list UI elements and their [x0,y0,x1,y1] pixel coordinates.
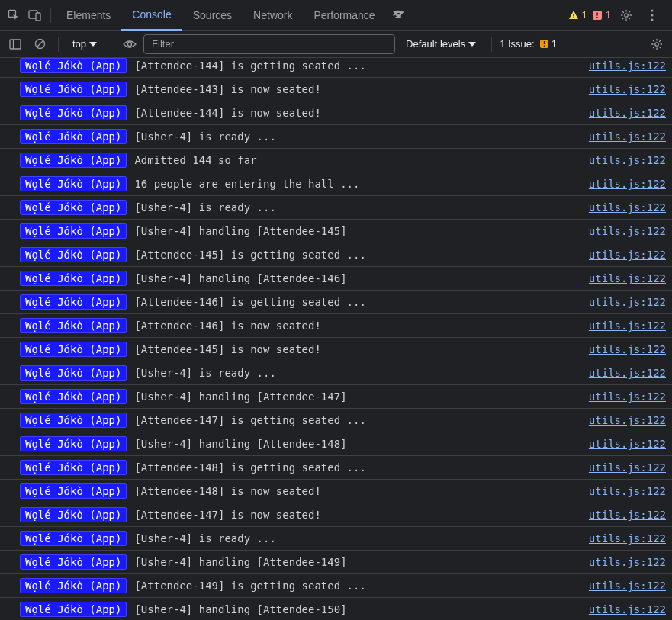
svg-point-8 [625,13,628,16]
svg-rect-12 [10,40,21,49]
log-app-badge: Wọlé Jókò (App) [20,294,127,310]
log-row: Wọlé Jókò (App)[Attendee-144] is now sea… [0,101,672,125]
log-source-link[interactable]: utils.js:122 [589,343,666,355]
log-app-badge: Wọlé Jókò (App) [20,531,127,546]
device-toolbar-icon[interactable] [24,5,46,26]
tab-network[interactable]: Network [243,0,303,31]
log-source-link[interactable]: utils.js:122 [589,59,666,72]
log-row: Wọlé Jókò (App)[Usher-4] handling [Atten… [0,385,672,409]
svg-rect-2 [36,13,40,21]
kebab-menu-icon[interactable] [641,5,663,26]
log-message: [Usher-4] handling [Attendee-147] [134,390,588,403]
tab-elements[interactable]: Elements [56,0,121,31]
log-source-link[interactable]: utils.js:122 [589,532,666,545]
live-expression-icon[interactable] [119,40,140,49]
log-row: Wọlé Jókò (App)[Usher-4] is ready ...uti… [0,527,672,551]
log-app-badge: Wọlé Jókò (App) [20,389,127,404]
log-app-badge: Wọlé Jókò (App) [20,483,127,499]
log-app-badge: Wọlé Jókò (App) [20,176,127,191]
tab-console[interactable]: Console [121,0,182,31]
log-source-link[interactable]: utils.js:122 [589,178,666,190]
log-source-link[interactable]: utils.js:122 [589,154,666,166]
issue-icon [539,39,549,49]
log-source-link[interactable]: utils.js:122 [589,320,666,332]
toggle-sidebar-icon[interactable] [5,34,26,55]
svg-rect-19 [543,46,544,47]
log-source-link[interactable]: utils.js:122 [589,225,666,237]
log-row: Wọlé Jókò (App)[Attendee-147] is getting… [0,409,672,432]
log-source-link[interactable]: utils.js:122 [589,414,666,426]
context-label: top [72,38,86,50]
issue-count: 1 [551,38,557,50]
clear-console-icon[interactable] [29,34,50,55]
log-levels-selector[interactable]: Default levels [398,38,484,50]
log-source-link[interactable]: utils.js:122 [589,509,666,521]
log-message: [Attendee-145] is now seated! [134,343,588,355]
log-app-badge: Wọlé Jókò (App) [20,578,127,593]
log-row: Wọlé Jókò (App)[Attendee-145] is now sea… [0,338,672,361]
log-app-badge: Wọlé Jókò (App) [20,365,127,381]
log-app-badge: Wọlé Jókò (App) [20,271,127,286]
issues-indicator[interactable]: 1 Issue: 1 [500,38,557,50]
log-message: [Attendee-146] is getting seated ... [134,296,588,308]
context-selector[interactable]: top [66,38,103,50]
warnings-badge[interactable]: 1 [568,9,587,21]
log-app-badge: Wọlé Jókò (App) [20,554,127,570]
log-source-link[interactable]: utils.js:122 [589,461,666,474]
log-source-link[interactable]: utils.js:122 [589,603,666,615]
settings-icon[interactable] [616,5,637,26]
svg-point-11 [651,18,654,21]
log-app-badge: Wọlé Jókò (App) [20,58,127,73]
log-message: [Attendee-148] is getting seated ... [134,461,588,474]
tab-performance[interactable]: Performance [303,0,385,31]
log-source-link[interactable]: utils.js:122 [589,201,666,214]
log-app-badge: Wọlé Jókò (App) [20,342,127,357]
inspect-element-icon[interactable] [3,5,24,26]
tab-sources[interactable]: Sources [182,0,243,31]
log-message: [Attendee-148] is now seated! [134,485,588,497]
issues-text: 1 Issue: [500,38,535,50]
log-source-link[interactable]: utils.js:122 [589,272,666,284]
svg-point-20 [655,42,658,45]
log-source-link[interactable]: utils.js:122 [589,556,666,568]
svg-point-9 [651,9,654,11]
log-source-link[interactable]: utils.js:122 [589,390,666,403]
log-source-link[interactable]: utils.js:122 [589,83,666,95]
log-app-badge: Wọlé Jókò (App) [20,82,127,97]
log-app-badge: Wọlé Jókò (App) [20,200,127,215]
log-row: Wọlé Jókò (App)[Attendee-144] is getting… [0,58,672,78]
log-app-badge: Wọlé Jókò (App) [20,602,127,617]
svg-rect-7 [596,17,597,18]
errors-badge[interactable]: 1 [592,9,611,21]
log-source-link[interactable]: utils.js:122 [589,485,666,497]
levels-label: Default levels [406,38,465,50]
log-source-link[interactable]: utils.js:122 [589,296,666,308]
log-source-link[interactable]: utils.js:122 [589,107,666,119]
log-message: [Usher-4] handling [Attendee-148] [134,438,588,450]
log-app-badge: Wọlé Jókò (App) [20,223,127,239]
log-row: Wọlé Jókò (App)[Attendee-143] is now sea… [0,78,672,101]
filter-input[interactable] [143,34,395,54]
console-log-area[interactable]: Wọlé Jókò (App)[Attendee-144] is getting… [0,58,672,620]
log-row: Wọlé Jókò (App)[Usher-4] is ready ...uti… [0,196,672,220]
log-app-badge: Wọlé Jókò (App) [20,247,127,262]
log-message: [Attendee-144] is now seated! [134,107,588,119]
log-row: Wọlé Jókò (App)[Usher-4] handling [Atten… [0,432,672,456]
log-row: Wọlé Jókò (App)[Usher-4] handling [Atten… [0,598,672,620]
log-app-badge: Wọlé Jókò (App) [20,413,127,428]
divider [111,37,111,52]
console-settings-icon[interactable] [646,34,667,55]
svg-point-16 [128,42,132,46]
log-row: Wọlé Jókò (App)[Attendee-145] is getting… [0,243,672,267]
svg-rect-3 [573,14,574,17]
log-app-badge: Wọlé Jókò (App) [20,105,127,120]
log-source-link[interactable]: utils.js:122 [589,580,666,592]
log-source-link[interactable]: utils.js:122 [589,367,666,379]
log-source-link[interactable]: utils.js:122 [589,249,666,261]
divider [491,37,492,52]
log-source-link[interactable]: utils.js:122 [589,130,666,143]
log-app-badge: Wọlé Jókò (App) [20,153,127,168]
log-source-link[interactable]: utils.js:122 [589,438,666,450]
log-row: Wọlé Jókò (App)[Attendee-146] is getting… [0,291,672,314]
more-tabs-icon[interactable] [386,9,410,21]
